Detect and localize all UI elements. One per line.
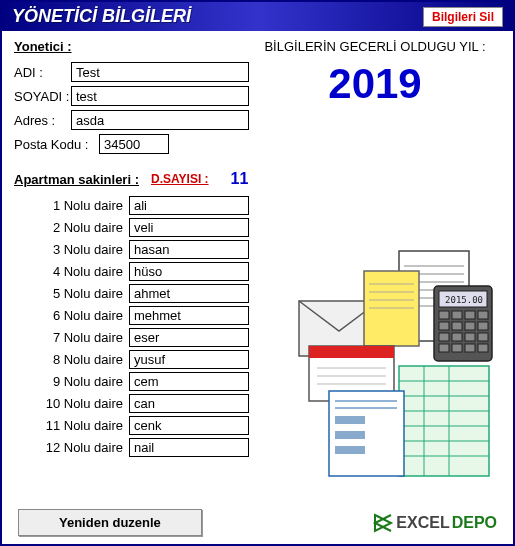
title-text: YÖNETİCİ BİLGİLERİ xyxy=(12,6,191,27)
apartment-label: 5 Nolu daire xyxy=(14,286,129,301)
apartment-label: 2 Nolu daire xyxy=(14,220,129,235)
apartment-name-input[interactable] xyxy=(129,240,249,259)
apartment-label: 1 Nolu daire xyxy=(14,198,129,213)
dsayisi-value: 11 xyxy=(231,170,249,188)
svg-rect-10 xyxy=(439,311,449,319)
postal-input[interactable] xyxy=(99,134,169,154)
svg-rect-19 xyxy=(452,333,462,341)
apartment-name-input[interactable] xyxy=(129,196,249,215)
svg-rect-24 xyxy=(465,344,475,352)
residents-label: Apartman sakinleri : xyxy=(14,172,139,187)
svg-rect-15 xyxy=(452,322,462,330)
apartment-name-input[interactable] xyxy=(129,328,249,347)
apartment-label: 8 Nolu daire xyxy=(14,352,129,367)
title-bar: YÖNETİCİ BİLGİLERİ Bilgileri Sil xyxy=(2,2,513,31)
apartment-label: 11 Nolu daire xyxy=(14,418,129,433)
apartment-label: 9 Nolu daire xyxy=(14,374,129,389)
svg-rect-25 xyxy=(478,344,488,352)
brand-depo: DEPO xyxy=(452,514,497,532)
svg-rect-49 xyxy=(335,446,365,454)
delete-button[interactable]: Bilgileri Sil xyxy=(423,7,503,27)
year-section: BİLGİLERİN GECERLİ OLDUGU YIL : 2019 xyxy=(249,39,501,158)
apartment-row: 1 Nolu daire xyxy=(14,196,501,215)
apartment-name-input[interactable] xyxy=(129,262,249,281)
apartment-label: 3 Nolu daire xyxy=(14,242,129,257)
header-buttons: Bilgileri Sil xyxy=(423,7,503,27)
svg-text:2015.00: 2015.00 xyxy=(445,295,483,305)
svg-rect-48 xyxy=(335,431,365,439)
svg-rect-18 xyxy=(439,333,449,341)
manager-section-label: Yonetici : xyxy=(14,39,249,54)
apartment-name-input[interactable] xyxy=(129,394,249,413)
brand-excel: EXCEL xyxy=(396,514,449,532)
svg-rect-11 xyxy=(452,311,462,319)
apartment-label: 12 Nolu daire xyxy=(14,440,129,455)
svg-rect-37 xyxy=(399,366,489,476)
footer: Yeniden duzenle EXCELDEPO xyxy=(2,509,513,536)
svg-rect-20 xyxy=(465,333,475,341)
svg-rect-16 xyxy=(465,322,475,330)
content: Yonetici : ADI : SOYADI : Adres : Posta … xyxy=(2,31,513,468)
apartment-name-input[interactable] xyxy=(129,350,249,369)
svg-rect-13 xyxy=(478,311,488,319)
svg-rect-17 xyxy=(478,322,488,330)
manager-section: Yonetici : ADI : SOYADI : Adres : Posta … xyxy=(14,39,249,158)
year-value: 2019 xyxy=(249,60,501,108)
app-window: YÖNETİCİ BİLGİLERİ Bilgileri Sil Yonetic… xyxy=(0,0,515,546)
surname-label: SOYADI : xyxy=(14,89,71,104)
svg-rect-21 xyxy=(478,333,488,341)
svg-rect-14 xyxy=(439,322,449,330)
apartment-name-input[interactable] xyxy=(129,372,249,391)
excel-icon xyxy=(372,512,394,534)
surname-input[interactable] xyxy=(71,86,249,106)
brand-logo: EXCELDEPO xyxy=(372,512,497,534)
apartment-name-input[interactable] xyxy=(129,416,249,435)
svg-rect-12 xyxy=(465,311,475,319)
svg-rect-22 xyxy=(439,344,449,352)
apartment-label: 10 Nolu daire xyxy=(14,396,129,411)
address-label: Adres : xyxy=(14,113,71,128)
apartment-name-input[interactable] xyxy=(129,306,249,325)
name-label: ADI : xyxy=(14,65,71,80)
dsayisi-label: D.SAYISI : xyxy=(151,172,209,186)
residents-header: Apartman sakinleri : D.SAYISI : 11 xyxy=(14,170,501,188)
apartment-label: 6 Nolu daire xyxy=(14,308,129,323)
apartment-name-input[interactable] xyxy=(129,284,249,303)
apartment-label: 7 Nolu daire xyxy=(14,330,129,345)
address-input[interactable] xyxy=(71,110,249,130)
reorder-button[interactable]: Yeniden duzenle xyxy=(18,509,202,536)
postal-label: Posta Kodu : xyxy=(14,137,99,152)
svg-rect-47 xyxy=(335,416,365,424)
apartment-name-input[interactable] xyxy=(129,218,249,237)
apartment-name-input[interactable] xyxy=(129,438,249,457)
documents-illustration: 2015.00 xyxy=(269,246,499,486)
name-input[interactable] xyxy=(71,62,249,82)
svg-rect-23 xyxy=(452,344,462,352)
apartment-row: 2 Nolu daire xyxy=(14,218,501,237)
svg-rect-33 xyxy=(309,346,394,358)
year-label: BİLGİLERİN GECERLİ OLDUGU YIL : xyxy=(249,39,501,54)
apartment-label: 4 Nolu daire xyxy=(14,264,129,279)
